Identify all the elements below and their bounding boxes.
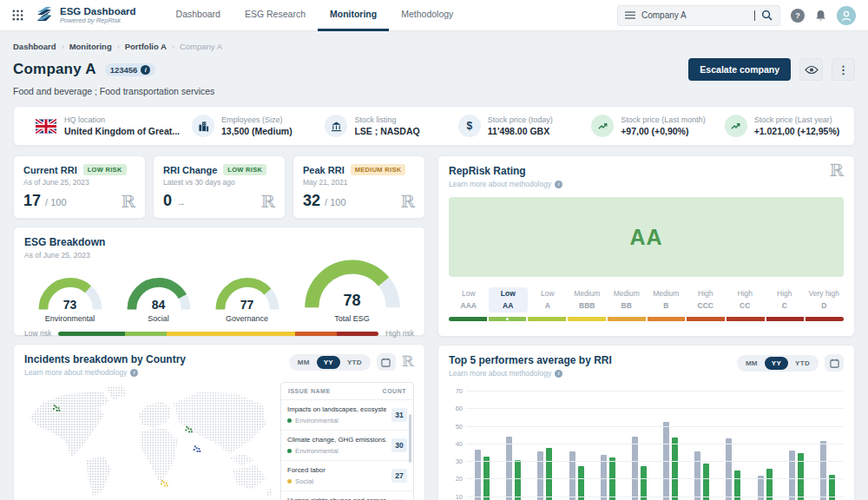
y-tick-20: 20 [456,475,463,483]
avatar[interactable] [837,6,856,25]
breadcrumb-portfolio-a[interactable]: Portfolio A [125,42,167,51]
breadcrumb-monitoring[interactable]: Monitoring [69,42,112,51]
app-grid-icon[interactable] [12,10,23,21]
card-peak-rri[interactable]: Peak RRIMEDIUM RISKMay 21, 202132/ 100ℝ [293,155,425,219]
bar-group-2[interactable] [506,437,521,500]
calendar-icon[interactable] [825,354,844,372]
rating-methodology-link[interactable]: Learn more about methodologyi [449,180,844,188]
category-dot [287,449,292,453]
period-mm[interactable]: MM [739,357,765,370]
issue-count: 31 [391,408,407,422]
gauge-label: Social [126,314,192,323]
bar-portfolio-average [789,451,795,500]
bar-group-9[interactable] [726,438,740,500]
card-current-rri[interactable]: Current RRILOW RISKAs of June 25, 202317… [13,155,146,219]
nav-item-esg-research[interactable]: ESG Research [233,0,318,31]
card-rri-change[interactable]: RRI ChangeLOW RISKLatest vs 30 days ago0… [153,155,286,219]
info-text: Stock price (Last month)+97,00 (+0,90%) [621,115,706,136]
company-header: Company A 123456 i Escalate company ⋮ [13,58,855,81]
issue-cell: Human rights abuses and corporate co...S… [287,497,386,500]
breadcrumb-separator: › [62,43,64,51]
rating-bb[interactable]: MediumBB [607,287,647,312]
period-yy[interactable]: YY [317,356,340,369]
table-row[interactable]: Impacts on landscapes, ecosystems an...E… [281,400,413,431]
rating-bbb[interactable]: MediumBBB [568,287,608,312]
bar-group-6[interactable] [632,437,647,500]
table-row[interactable]: Human rights abuses and corporate co...S… [281,491,413,500]
gridline-50 [466,426,844,427]
search-filter-icon[interactable] [625,11,635,19]
info-value: United Kingdom of Great... [64,126,180,136]
search-icon[interactable] [761,10,773,21]
bar-group-10[interactable] [758,469,773,500]
world-map[interactable] [24,382,273,500]
breadcrumb-dashboard[interactable]: Dashboard [13,42,56,51]
info-item-stock-listing: Stock listingLSE ; NASDAQ [312,115,445,137]
help-icon[interactable]: ? [791,9,805,23]
nav-item-methodology[interactable]: Methodology [389,0,465,31]
category-label: Social [295,477,313,485]
table-row[interactable]: Forced laborSocial27 [281,461,413,491]
bell-icon[interactable] [815,10,826,22]
info-icon: i [130,369,138,377]
table-scrollbar[interactable] [409,414,411,463]
rating-b[interactable]: MediumB [647,287,687,312]
bar-group-12[interactable] [820,441,835,500]
escalate-company-button[interactable]: Escalate company [688,58,791,81]
performers-methodology-link[interactable]: Learn more about methodologyi [449,369,737,378]
bar-group-11[interactable] [789,451,804,500]
rating-risk-label: Medium [607,289,647,298]
issues-table-header: ISSUE NAME COUNT [281,383,413,400]
incidents-methodology-link[interactable]: Learn more about methodologyi [24,368,289,377]
period-ytd[interactable]: YTD [788,357,817,370]
bar-portfolio-average [475,450,481,500]
bar-top-performers [546,448,552,500]
bar-group-1[interactable] [475,450,490,500]
bar-group-3[interactable] [537,448,552,500]
rating-ccc[interactable]: HighCCC [686,287,726,312]
breadcrumb-separator: › [117,43,120,51]
main-content: Dashboard›Monitoring›Portfolio A›Company… [0,31,868,500]
rating-a[interactable]: LowA [528,287,568,312]
rri-suffix: / 100 [45,197,66,208]
rating-d[interactable]: Very highD [805,287,845,312]
bar-group-4[interactable] [569,451,584,500]
period-mm[interactable]: MM [291,356,317,369]
col-issue-name: ISSUE NAME [288,388,331,394]
company-id-badge[interactable]: 123456 i [105,63,156,76]
gauge-value: 78 [303,292,402,310]
rating-risk-label: High [765,289,805,298]
period-ytd[interactable]: YTD [340,356,369,369]
info-icon[interactable]: i [141,65,150,75]
rating-segment-bb [608,317,646,321]
bar-group-8[interactable] [694,451,709,500]
high-risk-label: High risk [385,329,414,338]
info-text: Employees (Size)13,500 (Medium) [221,115,293,136]
table-row[interactable]: Climate change, GHG emissions, and gl...… [281,431,413,461]
watch-button[interactable] [799,58,823,81]
logo[interactable]: ESG Dashboard Powered by RepRisk [34,5,136,26]
info-value: +97,00 (+0,90%) [621,126,706,136]
issue-cell: Impacts on landscapes, ecosystems an...E… [287,405,386,424]
category-label: Environmental [295,447,339,455]
more-options-button[interactable]: ⋮ [832,58,855,81]
info-value: 13,500 (Medium) [221,126,293,136]
rating-segment-ccc [687,317,725,321]
rating-segment-bbb [568,317,606,321]
rating-aa[interactable]: LowAA [489,287,529,312]
rating-cc[interactable]: HighCC [726,287,766,312]
rating-c[interactable]: HighC [765,287,805,312]
search-box[interactable]: Company A [617,5,780,26]
nav-item-monitoring[interactable]: Monitoring [318,0,389,31]
rri-value: 17 [23,193,41,208]
category-label: Environmental [295,417,339,424]
performers-period-toggle: MMYYYTD [737,355,819,372]
rating-aaa[interactable]: LowAAA [449,287,489,312]
incidents-title: Incidents breakdown by Country [24,353,289,365]
calendar-icon[interactable] [377,353,396,371]
info-value: LSE ; NASDAQ [354,126,419,136]
period-yy[interactable]: YY [765,357,788,370]
rri-cards-row: Current RRILOW RISKAs of June 25, 202317… [13,155,425,219]
nav-item-dashboard[interactable]: Dashboard [164,0,233,31]
search-input[interactable]: Company A [641,10,753,20]
